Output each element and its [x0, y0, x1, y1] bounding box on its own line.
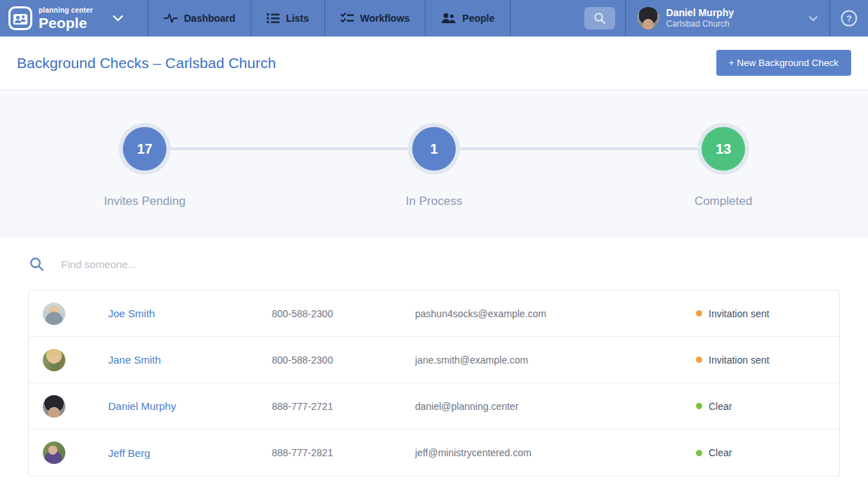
- nav-item-label: Dashboard: [184, 13, 235, 24]
- brand-tagline: planning center: [39, 7, 93, 14]
- status-dot-icon: [696, 357, 702, 363]
- planning-center-logo-icon: [8, 6, 32, 30]
- background-check-progress: 17 Invites Pending 1 In Process 13 Compl…: [0, 90, 868, 237]
- user-info: Daniel Murphy Carlsbad Church: [666, 7, 734, 30]
- step-count-badge: 13: [702, 127, 745, 171]
- list-icon: [267, 13, 280, 24]
- search-icon: [593, 12, 606, 25]
- new-background-check-button[interactable]: + New Background Check: [716, 50, 851, 76]
- checklist-icon: [341, 13, 354, 24]
- svg-text:?: ?: [846, 13, 852, 24]
- step-label: Completed: [695, 194, 752, 208]
- search-input[interactable]: [61, 258, 342, 270]
- status-dot-icon: [696, 403, 702, 409]
- person-email: jeff@ministrycentered.com: [415, 447, 696, 458]
- table-row[interactable]: Daniel Murphy 888-777-2721 daniel@planni…: [29, 383, 839, 430]
- chevron-down-icon[interactable]: [112, 15, 124, 22]
- nav-item-dashboard[interactable]: Dashboard: [147, 0, 251, 36]
- avatar: [43, 349, 65, 371]
- step-completed: 13 Completed: [579, 90, 868, 237]
- nav-item-people[interactable]: People: [425, 0, 511, 36]
- person-email: pashun4socks@example.com: [415, 308, 696, 319]
- nav-item-label: People: [462, 13, 494, 24]
- table-row[interactable]: Joe Smith 800-588-2300 pashun4socks@exam…: [29, 291, 839, 337]
- step-in-process: 1 In Process: [289, 90, 579, 237]
- page-header: Background Checks – Carlsbad Church + Ne…: [0, 36, 868, 90]
- help-button[interactable]: ?: [829, 0, 868, 36]
- status-badge: Invitation sent: [696, 354, 839, 366]
- table-row[interactable]: Jeff Berg 888-777-2821 jeff@ministrycent…: [29, 430, 839, 476]
- avatar: [43, 395, 65, 418]
- status-dot-icon: [696, 450, 702, 456]
- user-menu[interactable]: Daniel Murphy Carlsbad Church: [625, 0, 829, 36]
- person-name-link[interactable]: Jane Smith: [108, 354, 272, 366]
- nav-spacer: [511, 0, 584, 36]
- user-avatar: [637, 7, 659, 29]
- person-name-link[interactable]: Daniel Murphy: [108, 400, 272, 412]
- search-icon: [29, 257, 44, 272]
- primary-nav: Dashboard Lists Workflows: [147, 0, 511, 36]
- brand-text: planning center People: [39, 7, 93, 30]
- search-row: [28, 257, 840, 290]
- status-badge: Invitation sent: [696, 308, 839, 319]
- people-table: Joe Smith 800-588-2300 pashun4socks@exam…: [28, 290, 840, 477]
- status-badge: Clear: [696, 447, 839, 458]
- top-navbar: planning center People Dashboard Lists: [0, 0, 868, 36]
- person-email: daniel@planning.center: [415, 401, 696, 412]
- status-badge: Clear: [696, 401, 839, 412]
- avatar: [43, 441, 65, 464]
- progress-steps: 17 Invites Pending 1 In Process 13 Compl…: [0, 90, 868, 237]
- person-phone: 800-588-2300: [272, 308, 415, 319]
- status-label: Invitation sent: [709, 354, 769, 366]
- person-phone: 888-777-2721: [272, 401, 415, 412]
- person-name-link[interactable]: Joe Smith: [108, 307, 272, 319]
- nav-item-label: Workflows: [360, 13, 410, 24]
- nav-item-workflows[interactable]: Workflows: [324, 0, 426, 36]
- person-email: jane.smith@example.com: [415, 354, 696, 366]
- step-label: Invites Pending: [104, 194, 185, 208]
- global-search-button[interactable]: [584, 7, 615, 29]
- nav-item-label: Lists: [286, 13, 309, 24]
- people-list-section: Joe Smith 800-588-2300 pashun4socks@exam…: [0, 237, 868, 477]
- people-icon: [441, 13, 456, 24]
- person-phone: 800-588-2300: [272, 354, 415, 366]
- status-dot-icon: [696, 310, 702, 317]
- step-count-badge: 1: [412, 127, 456, 171]
- page-title: Background Checks – Carlsbad Church: [17, 55, 276, 72]
- user-org: Carlsbad Church: [666, 19, 734, 29]
- status-label: Invitation sent: [709, 308, 769, 319]
- person-phone: 888-777-2821: [272, 447, 415, 458]
- person-name-link[interactable]: Jeff Berg: [108, 447, 272, 459]
- chevron-down-icon: [808, 15, 818, 22]
- step-invites-pending: 17 Invites Pending: [0, 90, 289, 237]
- step-label: In Process: [406, 194, 462, 208]
- app-switcher[interactable]: planning center People: [0, 0, 147, 36]
- nav-item-lists[interactable]: Lists: [251, 0, 324, 36]
- user-name: Daniel Murphy: [666, 7, 734, 20]
- step-count-badge: 17: [123, 127, 166, 171]
- table-row[interactable]: Jane Smith 800-588-2300 jane.smith@examp…: [29, 337, 839, 383]
- avatar: [43, 303, 65, 325]
- pulse-icon: [164, 13, 178, 24]
- status-label: Clear: [709, 401, 732, 412]
- status-label: Clear: [709, 447, 732, 458]
- brand-product: People: [39, 15, 93, 30]
- help-icon: ?: [840, 9, 858, 27]
